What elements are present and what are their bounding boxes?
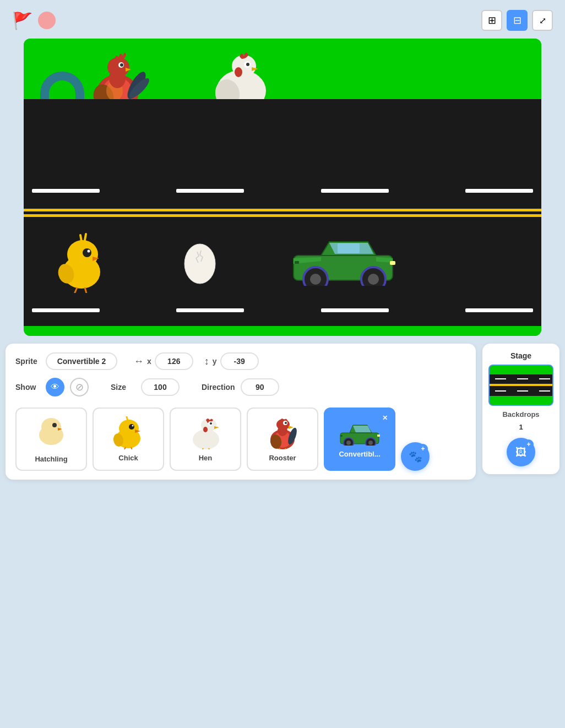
show-hidden-button[interactable]: ⊘ [70, 378, 89, 396]
stage-title: Stage [510, 351, 531, 360]
show-visible-button[interactable]: 👁 [46, 378, 64, 396]
stop-button[interactable] [38, 12, 56, 29]
svg-line-34 [80, 235, 82, 241]
rooster-label: Rooster [269, 454, 296, 462]
show-label: Show [15, 383, 40, 392]
sprite-card-chick[interactable]: Chick [93, 408, 164, 471]
sprite-card-hatchling[interactable]: Hatchling [15, 408, 87, 471]
bottom-panel: Sprite Convertible 2 ↔ x 126 ↕ y -39 Sho… [6, 344, 559, 480]
top-bar: 🚩 ⊞ ⊟ ⤢ [6, 6, 559, 35]
add-sprite-button[interactable]: 🐾 + [401, 442, 430, 471]
direction-label: Direction [202, 383, 235, 392]
svg-point-10 [120, 63, 123, 67]
stage-thumbnail[interactable] [488, 365, 553, 406]
svg-point-36 [83, 248, 91, 257]
show-direction-row: Show 👁 ⊘ Size 100 Direction 90 [15, 378, 466, 396]
sprites-area: Hatchling [15, 405, 466, 471]
svg-rect-52 [295, 261, 299, 264]
y-arrow: ↕ [204, 356, 209, 367]
egg-sprite [178, 235, 222, 290]
sprite-name-input[interactable]: Convertible 2 [46, 352, 117, 370]
svg-point-48 [310, 274, 321, 285]
svg-point-61 [132, 425, 133, 427]
svg-point-54 [41, 418, 61, 436]
grass-bottom [24, 326, 541, 336]
add-backdrop-button[interactable]: 🖼 + [507, 438, 535, 466]
svg-line-59 [127, 417, 128, 421]
chick-label: Chick [118, 454, 138, 462]
svg-rect-51 [390, 261, 395, 265]
hen-icon [188, 416, 224, 452]
y-label: y [213, 357, 217, 366]
sprite-panel: Sprite Convertible 2 ↔ x 126 ↕ y -39 Sho… [6, 344, 476, 480]
sprite-card-rooster[interactable]: Rooster [247, 408, 318, 471]
svg-point-55 [52, 423, 57, 427]
rooster-icon [265, 416, 301, 452]
sprites-grid: Hatchling [15, 408, 395, 471]
chick-icon [111, 416, 146, 452]
svg-rect-93 [340, 435, 343, 437]
thumb-road-bottom [490, 387, 552, 396]
svg-line-40 [74, 287, 77, 293]
x-arrow: ↔ [134, 356, 144, 367]
convertible-icon [338, 421, 382, 448]
svg-point-60 [129, 424, 134, 430]
svg-point-8 [111, 68, 118, 78]
stage-thumb-scene [490, 366, 552, 405]
y-value-input[interactable]: -39 [220, 352, 259, 370]
delete-badge[interactable]: ✕ [379, 412, 391, 424]
top-bar-left: 🚩 [12, 11, 56, 30]
split-view-button[interactable]: ⊞ [481, 10, 502, 31]
x-label: x [147, 357, 151, 366]
svg-point-33 [67, 240, 98, 269]
svg-point-44 [184, 244, 215, 284]
svg-line-41 [85, 287, 87, 293]
direction-value-input[interactable]: 90 [241, 378, 279, 396]
grass-top [24, 39, 541, 99]
road-divider [24, 207, 541, 219]
editor-view-button[interactable]: ⊟ [507, 10, 528, 31]
sprite-label: Sprite [15, 357, 40, 366]
thumb-road-top [490, 374, 552, 384]
hen-label: Hen [199, 454, 213, 462]
convertible-label: Convertibl... [339, 450, 380, 458]
stage-panel: Stage Backdrops [482, 344, 559, 474]
x-value-input[interactable]: 126 [155, 352, 193, 370]
add-plus-icon: + [418, 444, 428, 454]
sprite-card-hen[interactable]: Hen [170, 408, 241, 471]
svg-marker-84 [289, 426, 294, 429]
fullscreen-button[interactable]: ⤢ [532, 10, 553, 31]
road-top [24, 99, 541, 207]
x-coord-group: ↔ x 126 [134, 352, 193, 370]
thumb-yellow-line1 [490, 384, 552, 386]
svg-point-91 [368, 441, 373, 445]
hatchling-label: Hatchling [35, 455, 67, 463]
svg-point-24 [246, 63, 249, 66]
svg-point-83 [285, 422, 287, 424]
svg-rect-92 [377, 434, 380, 437]
sprite-card-convertible[interactable]: ✕ Conve [324, 408, 395, 471]
backdrops-count: 1 [519, 423, 523, 431]
svg-point-71 [210, 422, 212, 425]
backdrops-label: Backdrops [502, 410, 539, 419]
stage-canvas [24, 39, 541, 336]
convertible-sprite [288, 231, 398, 288]
thumb-green-top [490, 366, 552, 374]
svg-rect-46 [338, 243, 360, 253]
svg-line-35 [85, 234, 86, 240]
y-coord-group: ↕ y -39 [204, 352, 259, 370]
size-value-input[interactable]: 100 [141, 378, 180, 396]
hatchling-icon [35, 416, 68, 453]
green-flag-button[interactable]: 🚩 [12, 11, 32, 30]
road-bottom [24, 219, 541, 326]
size-label: Size [111, 383, 135, 392]
svg-point-89 [346, 441, 351, 445]
svg-point-37 [88, 250, 90, 253]
svg-marker-72 [214, 426, 219, 429]
svg-point-58 [119, 420, 139, 437]
top-bar-right: ⊞ ⊟ ⤢ [481, 10, 553, 31]
add-backdrop-plus-icon: + [524, 439, 534, 449]
svg-point-81 [278, 427, 282, 432]
svg-point-50 [368, 274, 379, 285]
scene [24, 39, 541, 336]
